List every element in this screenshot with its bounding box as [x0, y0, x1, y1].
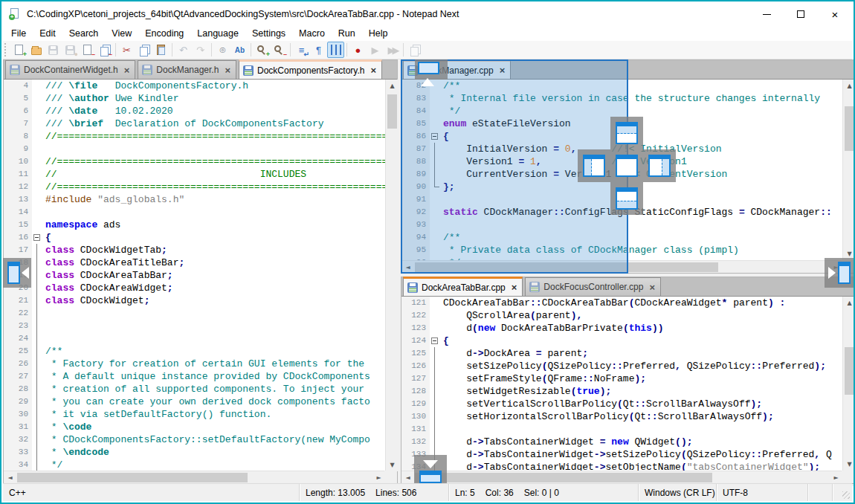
fold-margin: [32, 219, 42, 231]
drop-indicator-right-edge[interactable]: [825, 258, 855, 288]
fold-margin: [32, 168, 42, 181]
scroll-right-icon[interactable]: ►: [830, 471, 842, 484]
top-right-vertical-scrollbar[interactable]: ▲ ▼: [842, 80, 855, 260]
tab-dockareatabbar-cpp[interactable]: DockAreaTabBar.cpp×: [403, 277, 523, 296]
zoom-in-icon: [257, 45, 264, 52]
word-wrap-button[interactable]: ≡↵: [293, 42, 310, 58]
tab-dockmanager-h[interactable]: DockManager.h×: [138, 60, 236, 79]
tab-dockcontainerwidget-h[interactable]: DockContainerWidget.h×: [5, 60, 135, 79]
tab-label: DockFocusController.cpp: [543, 282, 643, 292]
menu-run[interactable]: Run: [332, 27, 362, 40]
menu-edit[interactable]: Edit: [33, 27, 62, 40]
line-number: 8: [4, 130, 32, 143]
indentation-guides-button[interactable]: [327, 42, 344, 58]
zoom-in-button[interactable]: +: [254, 42, 271, 58]
code-line: 131: [401, 423, 842, 436]
fold-marker[interactable]: [430, 335, 440, 347]
menu-help[interactable]: Help: [362, 27, 395, 40]
scroll-down-icon[interactable]: ▼: [843, 458, 855, 471]
code-line: 20class CDockAreaWidget;: [4, 282, 385, 294]
paste-button[interactable]: [152, 42, 170, 58]
scroll-up-icon[interactable]: ▲: [843, 80, 855, 92]
scroll-left-icon[interactable]: ◄: [4, 471, 16, 484]
close-button[interactable]: ×: [818, 3, 852, 25]
bottom-right-horizontal-scrollbar[interactable]: ◄ ►: [401, 471, 842, 483]
tab-dockcomponentsfactory-h[interactable]: DockComponentsFactory.h×: [239, 59, 382, 79]
replace-button[interactable]: Ab: [231, 42, 248, 58]
toolbar-grip: [4, 43, 8, 56]
close-document-button[interactable]: –: [79, 42, 96, 58]
menu-file[interactable]: File: [4, 27, 33, 40]
drop-indicator-left-edge[interactable]: [3, 258, 31, 288]
status-line-number: Ln: 5: [455, 488, 475, 498]
scroll-left-icon[interactable]: ◄: [401, 471, 414, 484]
new-file-button[interactable]: +: [10, 42, 28, 58]
tab-close-icon[interactable]: ×: [124, 65, 130, 76]
code-line: 34 */: [4, 459, 385, 471]
menu-settings[interactable]: Settings: [245, 27, 292, 40]
open-file-button[interactable]: [28, 42, 45, 58]
close-all-button[interactable]: –: [96, 42, 113, 58]
line-number: 27: [4, 370, 32, 383]
drop-indicator-cross-left[interactable]: [578, 149, 610, 182]
clone-document-button[interactable]: [406, 42, 423, 58]
save-button[interactable]: [45, 42, 62, 58]
show-all-characters-button[interactable]: ¶: [310, 42, 327, 58]
menu-encoding[interactable]: Encoding: [138, 27, 190, 40]
code-line: 30 * it via setDefaultFactory() function…: [4, 408, 385, 421]
redo-button[interactable]: ↷: [192, 42, 209, 58]
fold-marker[interactable]: [32, 231, 42, 244]
menu-search[interactable]: Search: [62, 27, 106, 40]
macro-record-button[interactable]: ●: [349, 42, 367, 58]
left-vertical-scrollbar[interactable]: ▲ ▼: [385, 80, 398, 471]
find-button[interactable]: ⌾: [214, 42, 231, 58]
code-text: [440, 423, 443, 436]
toolbar-separator: [115, 43, 116, 56]
drop-indicator-bottom-edge[interactable]: [414, 455, 447, 485]
menu-view[interactable]: View: [105, 27, 138, 40]
drop-indicator-cross-right[interactable]: [643, 149, 676, 182]
tab-dockfocuscontroller-cpp[interactable]: DockFocusController.cpp×: [525, 277, 661, 296]
scroll-up-icon[interactable]: ▲: [843, 297, 855, 309]
menu-language[interactable]: Language: [190, 27, 245, 40]
code-line: 12//====================================…: [4, 181, 385, 193]
clone-document-icon: [410, 47, 419, 56]
undo-button[interactable]: ↶: [175, 42, 192, 58]
bottom-right-vertical-scrollbar[interactable]: ▲ ▼: [842, 297, 855, 471]
cut-button[interactable]: ✂: [118, 42, 135, 58]
tab-close-icon[interactable]: ×: [225, 65, 230, 76]
scroll-down-icon[interactable]: ▼: [386, 459, 399, 471]
code-line: 132 d->TabsContainerWidget = new QWidget…: [401, 436, 842, 448]
drop-indicator-cross-center[interactable]: [610, 149, 643, 182]
maximize-icon: [797, 10, 804, 18]
drop-indicator-cross-top[interactable]: [610, 117, 643, 149]
minimize-button[interactable]: [749, 3, 784, 25]
editor-dockcomponentsfactory[interactable]: 4/// \file DockComponentsFactory.h5/// \…: [4, 80, 385, 471]
fold-margin: [32, 345, 42, 358]
line-number: 14: [4, 206, 32, 219]
resize-grip[interactable]: [842, 491, 850, 499]
drop-indicator-cross-bottom[interactable]: [610, 182, 643, 215]
tab-close-icon[interactable]: ×: [370, 65, 376, 76]
scroll-up-icon[interactable]: ▲: [386, 80, 399, 92]
left-horizontal-scrollbar[interactable]: ◄ ►: [4, 471, 385, 483]
tab-close-icon[interactable]: ×: [512, 282, 517, 293]
line-number: 4: [4, 80, 32, 92]
editor-dockareatabbar[interactable]: 121CDockAreaTabBar::CDockAreaTabBar(CDoc…: [401, 297, 842, 471]
maximize-button[interactable]: [784, 3, 818, 25]
save-copy-button[interactable]: ●: [62, 42, 79, 58]
macro-play-button[interactable]: ▶: [367, 42, 384, 58]
zoom-out-button[interactable]: –: [271, 42, 288, 58]
menu-macro[interactable]: Macro: [292, 27, 332, 40]
fold-margin: [32, 332, 42, 345]
save-icon: [48, 45, 58, 55]
tab-close-icon[interactable]: ×: [649, 282, 655, 293]
macro-run-multiple-button[interactable]: ▶▶: [384, 42, 401, 58]
code-line: 32 * CDockComponentsFactory::setDefaultF…: [4, 433, 385, 446]
copy-button[interactable]: [135, 42, 152, 58]
code-line: 27 * A default unique instance provided …: [4, 370, 385, 383]
find-icon: ⌾: [220, 45, 226, 55]
scroll-right-icon[interactable]: ►: [372, 471, 385, 484]
code-text: /// \author Uwe Kindler: [42, 92, 178, 105]
toolbar-separator: [346, 43, 347, 56]
